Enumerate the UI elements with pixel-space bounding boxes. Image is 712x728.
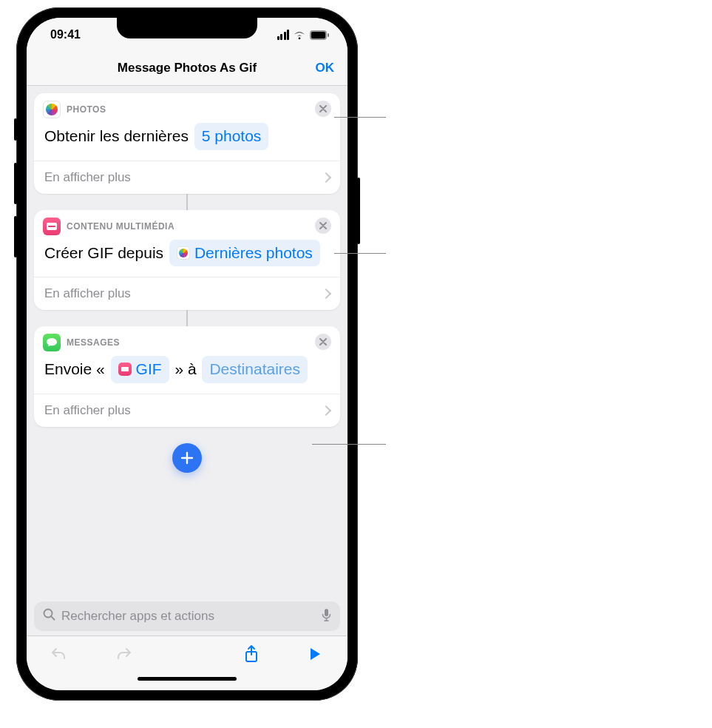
action-card-messages[interactable]: MESSAGES Envoie « GIF » à Destinataires [34, 326, 340, 427]
callout-leader [312, 444, 386, 445]
chevron-right-icon [322, 403, 330, 418]
param-gif-variable[interactable]: GIF [111, 356, 169, 383]
device-frame: 09:41 Message Photos As Gif OK [16, 7, 358, 701]
media-app-icon [43, 218, 61, 235]
status-right [277, 30, 330, 40]
action-summary: Créer GIF depuis Dernières photos [34, 238, 340, 277]
chevron-right-icon [322, 286, 330, 301]
remove-action-button[interactable] [315, 218, 331, 234]
dictation-icon[interactable] [322, 608, 331, 625]
shortcut-editor[interactable]: PHOTOS Obtenir les dernières 5 photos En… [27, 86, 347, 596]
search-placeholder: Rechercher apps et actions [61, 609, 316, 624]
show-more-label: En afficher plus [44, 286, 131, 301]
card-header: PHOTOS [34, 93, 340, 121]
page-title: Message Photos As Gif [118, 61, 257, 75]
svg-line-4 [51, 616, 54, 619]
action-card-photos[interactable]: PHOTOS Obtenir les dernières 5 photos En… [34, 93, 340, 194]
remove-action-button[interactable] [315, 101, 331, 117]
token-label: Dernières photos [194, 241, 313, 266]
app-label: MESSAGES [67, 337, 120, 348]
show-more-row[interactable]: En afficher plus [34, 394, 340, 427]
callout-leader [334, 253, 386, 254]
cellular-icon [277, 30, 290, 40]
param-photo-count[interactable]: 5 photos [194, 123, 269, 150]
power-button [357, 178, 360, 244]
search-wrap: Rechercher apps et actions [27, 596, 347, 636]
connector-line [186, 194, 188, 210]
callout-leader [334, 117, 386, 118]
param-source-photos[interactable]: Dernières photos [169, 240, 320, 267]
wifi-icon [293, 30, 306, 40]
redo-button[interactable] [109, 646, 138, 662]
notch [117, 18, 257, 38]
photos-app-icon [43, 101, 61, 118]
photos-mini-icon [177, 246, 190, 260]
svg-rect-2 [328, 33, 329, 37]
status-time: 09:41 [50, 28, 81, 41]
app-label: PHOTOS [67, 104, 106, 115]
summary-text: Envoie « [44, 357, 109, 382]
show-more-label: En afficher plus [44, 170, 131, 185]
add-action-button[interactable] [172, 443, 202, 473]
volume-up-button [14, 163, 17, 204]
screen: 09:41 Message Photos As Gif OK [27, 18, 347, 690]
volume-down-button [14, 216, 17, 257]
messages-app-icon [43, 334, 61, 351]
action-summary: Obtenir les dernières 5 photos [34, 121, 340, 161]
summary-text: Créer GIF depuis [44, 241, 168, 266]
search-icon [43, 608, 55, 624]
home-indicator [27, 671, 347, 690]
search-input[interactable]: Rechercher apps et actions [34, 601, 340, 631]
show-more-label: En afficher plus [44, 403, 131, 418]
remove-action-button[interactable] [315, 334, 331, 350]
done-button[interactable]: OK [316, 61, 335, 75]
token-label: GIF [136, 357, 162, 382]
media-mini-icon [118, 363, 132, 376]
svg-rect-5 [325, 609, 328, 616]
show-more-row[interactable]: En afficher plus [34, 277, 340, 310]
connector-line [186, 310, 188, 326]
battery-icon [310, 30, 330, 40]
silence-switch [14, 118, 17, 141]
action-summary: Envoie « GIF » à Destinataires [34, 354, 340, 394]
summary-text: » à [171, 357, 201, 382]
show-more-row[interactable]: En afficher plus [34, 161, 340, 194]
svg-rect-1 [311, 32, 325, 38]
card-header: MESSAGES [34, 326, 340, 354]
bottom-toolbar [27, 636, 347, 671]
action-card-media[interactable]: CONTENU MULTIMÉDIA Créer GIF depuis Dern… [34, 210, 340, 311]
card-header: CONTENU MULTIMÉDIA [34, 210, 340, 238]
undo-button[interactable] [44, 646, 74, 662]
app-label: CONTENU MULTIMÉDIA [67, 221, 174, 232]
param-recipients[interactable]: Destinataires [202, 356, 308, 383]
nav-header: Message Photos As Gif OK [27, 50, 347, 86]
run-button[interactable] [300, 647, 330, 661]
summary-text: Obtenir les dernières [44, 124, 193, 149]
share-button[interactable] [237, 644, 266, 664]
chevron-right-icon [322, 170, 330, 185]
